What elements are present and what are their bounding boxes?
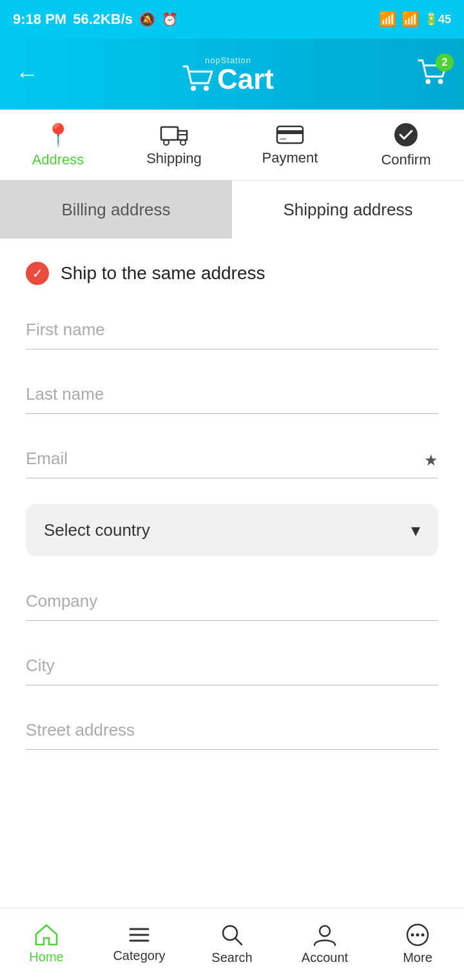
first-name-field <box>26 311 438 349</box>
status-time: 9:18 PM <box>13 11 66 28</box>
nav-category[interactable]: Category <box>93 919 186 970</box>
svg-point-18 <box>411 934 414 937</box>
cart-count: 2 <box>436 54 454 72</box>
status-bar: 9:18 PM 56.2KB/s 🔕 ⏰ 📶 📶 🔋45 <box>0 0 464 39</box>
nav-home-label: Home <box>29 950 63 965</box>
city-input[interactable] <box>26 647 438 685</box>
status-left: 9:18 PM 56.2KB/s 🔕 ⏰ <box>13 11 178 28</box>
same-address-row[interactable]: ✓ Ship to the same address <box>0 239 464 298</box>
svg-line-15 <box>235 938 242 945</box>
cart-svg-icon <box>182 65 215 93</box>
payment-step-icon <box>276 124 304 146</box>
category-icon <box>128 925 151 945</box>
svg-point-19 <box>416 934 420 937</box>
shipping-step-icon <box>160 123 188 146</box>
logo-big: Cart <box>182 65 274 93</box>
step-confirm-label: Confirm <box>381 152 430 168</box>
bottom-nav: Home Category Search Account More <box>0 908 464 980</box>
home-icon <box>35 924 58 946</box>
status-speed: 56.2KB/s <box>73 11 133 28</box>
back-button[interactable]: ← <box>15 61 39 88</box>
confirm-step-icon <box>393 122 419 148</box>
logo: nopStation Cart <box>182 55 274 93</box>
street-field <box>26 711 438 750</box>
svg-point-20 <box>421 934 425 937</box>
svg-rect-7 <box>277 126 303 143</box>
signal-icon: 📶 <box>401 11 419 28</box>
svg-rect-9 <box>280 138 286 140</box>
country-select-label: Select country <box>44 520 150 540</box>
logo-small: nopStation <box>205 55 251 65</box>
more-icon <box>406 923 429 946</box>
company-field <box>26 582 438 621</box>
form-container: ★ Select country ▾ <box>0 298 464 853</box>
status-right: 📶 📶 🔋45 <box>379 11 451 28</box>
wifi-icon: 📶 <box>379 11 396 28</box>
first-name-input[interactable] <box>26 311 438 349</box>
company-input[interactable] <box>26 582 438 621</box>
svg-point-3 <box>438 79 443 84</box>
same-address-label: Ship to the same address <box>61 263 266 284</box>
svg-point-0 <box>191 86 196 91</box>
nav-more-label: More <box>403 950 432 965</box>
shipping-tab-label: Shipping address <box>284 200 413 220</box>
address-tabs: Billing address Shipping address <box>0 181 464 239</box>
checkmark-icon: ✓ <box>32 266 43 281</box>
header: ← nopStation Cart 2 <box>0 39 464 110</box>
email-field: ★ <box>26 440 438 478</box>
nav-more[interactable]: More <box>371 917 464 972</box>
logo-text-cart: Cart <box>217 65 274 93</box>
nav-account-label: Account <box>302 950 348 965</box>
mute-icon: 🔕 <box>139 12 155 27</box>
step-shipping[interactable]: Shipping <box>116 113 232 177</box>
billing-tab[interactable]: Billing address <box>0 181 232 239</box>
svg-rect-4 <box>161 127 178 140</box>
same-address-check: ✓ <box>26 262 49 285</box>
last-name-input[interactable] <box>26 375 438 414</box>
battery-icon: 🔋45 <box>424 12 451 26</box>
step-address[interactable]: 📍 Address <box>0 112 116 179</box>
last-name-field <box>26 375 438 414</box>
billing-tab-label: Billing address <box>61 200 170 220</box>
city-field <box>26 647 438 685</box>
chevron-down-icon: ▾ <box>411 520 420 541</box>
step-shipping-label: Shipping <box>146 150 202 167</box>
svg-point-2 <box>425 79 430 84</box>
step-payment[interactable]: Payment <box>232 113 348 177</box>
step-address-label: Address <box>32 152 84 168</box>
nav-search[interactable]: Search <box>186 917 278 972</box>
email-required-star: ★ <box>424 451 438 469</box>
shipping-tab[interactable]: Shipping address <box>232 181 464 239</box>
steps-nav: 📍 Address Shipping Payment Confirm <box>0 110 464 181</box>
step-confirm[interactable]: Confirm <box>348 112 464 179</box>
svg-rect-8 <box>277 130 303 134</box>
alarm-icon: ⏰ <box>162 12 178 27</box>
address-step-icon: 📍 <box>44 122 72 148</box>
svg-point-10 <box>394 123 418 146</box>
nav-category-label: Category <box>113 948 165 963</box>
nav-home[interactable]: Home <box>0 917 93 971</box>
email-input[interactable] <box>26 440 438 478</box>
step-payment-label: Payment <box>262 150 318 166</box>
street-input[interactable] <box>26 711 438 750</box>
account-icon <box>313 923 336 946</box>
country-select[interactable]: Select country ▾ <box>26 504 438 556</box>
svg-point-16 <box>320 926 330 936</box>
nav-account[interactable]: Account <box>278 917 371 972</box>
cart-button[interactable]: 2 <box>418 59 449 90</box>
nav-search-label: Search <box>211 950 252 965</box>
svg-point-1 <box>204 86 209 91</box>
search-icon <box>220 923 244 946</box>
